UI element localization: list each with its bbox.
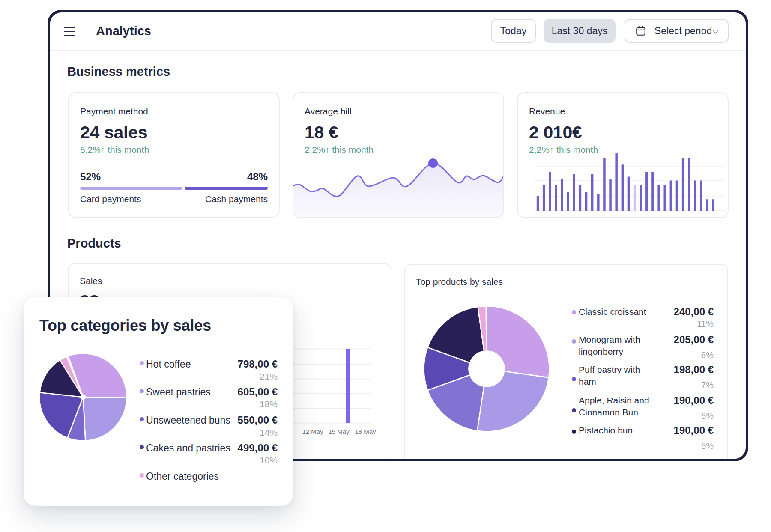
svg-text:18 May: 18 May — [355, 428, 376, 435]
svg-text:12 May: 12 May — [302, 428, 323, 435]
svg-text:15 May: 15 May — [328, 428, 350, 435]
